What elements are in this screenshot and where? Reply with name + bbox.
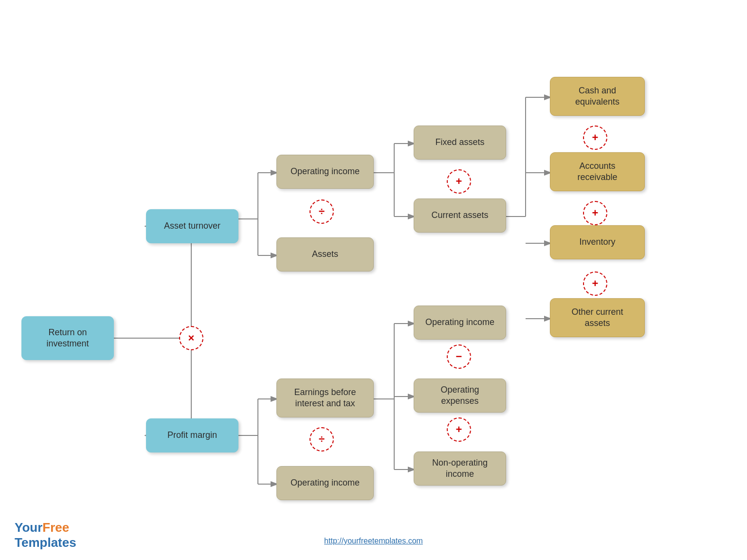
roi-node: Return oninvestment (21, 316, 114, 360)
minus-operator: − (447, 344, 471, 369)
inventory-node: Inventory (550, 225, 645, 259)
plus-fixed-current-operator: + (447, 169, 471, 194)
footer-link[interactable]: http://yourfreetemplates.com (324, 537, 423, 545)
diagram-container: Return oninvestment × Asset turnover Pro… (10, 29, 740, 506)
operating-expenses-node: Operatingexpenses (414, 379, 506, 413)
div-asset-operator: ÷ (310, 199, 334, 224)
current-assets-node: Current assets (414, 199, 506, 233)
div-profit-operator: ÷ (310, 427, 334, 452)
profit-margin-node: Profit margin (146, 418, 238, 452)
times-operator: × (179, 326, 203, 350)
plus-inv-other-operator: + (583, 271, 607, 296)
operating-income-mid-node: Operating income (414, 306, 506, 340)
logo-your: Your (15, 520, 42, 535)
earnings-node: Earnings beforeinterest and tax (276, 379, 374, 417)
non-operating-income-node: Non-operatingincome (414, 452, 506, 486)
asset-turnover-node: Asset turnover (146, 209, 238, 243)
footer-logo: Your Free Templates (15, 520, 76, 550)
accounts-receivable-node: Accountsreceivable (550, 152, 645, 191)
operating-income-top-node: Operating income (276, 155, 374, 189)
other-current-assets-node: Other currentassets (550, 298, 645, 337)
cash-node: Cash andequivalents (550, 77, 645, 116)
plus-expenses-operator: + (447, 417, 471, 442)
logo-free: Free (42, 520, 69, 535)
plus-ar-inv-operator: + (583, 201, 607, 225)
logo-templates: Templates (15, 535, 76, 550)
operating-income-bot-node: Operating income (276, 466, 374, 500)
assets-node: Assets (276, 237, 374, 271)
plus-cash-ar-operator: + (583, 126, 607, 150)
fixed-assets-node: Fixed assets (414, 126, 506, 160)
